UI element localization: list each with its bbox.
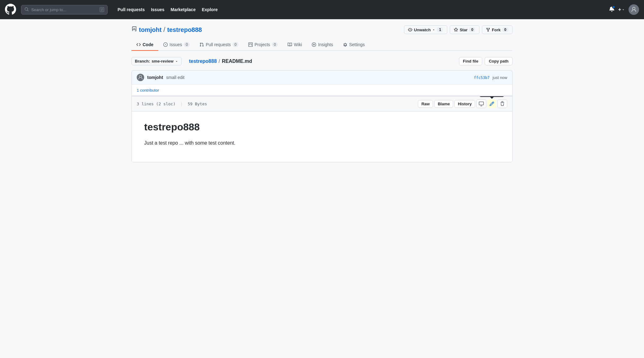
raw-button[interactable]: Raw	[418, 100, 433, 108]
main-content: tomjoht / testrepo888 Unwatch 1 Star 0	[124, 19, 520, 168]
tab-projects-label: Projects	[255, 42, 270, 47]
tab-pr-count: 0	[233, 42, 238, 47]
repo-owner-link[interactable]: tomjoht	[139, 26, 161, 33]
blame-button[interactable]: Blame	[434, 100, 453, 108]
desktop-view-button[interactable]	[476, 99, 486, 108]
tab-code-label: Code	[143, 42, 153, 47]
navbar: / Pull requests Issues Marketplace Explo…	[0, 0, 644, 19]
file-actions: Raw Blame History Edit this file	[418, 99, 507, 108]
file-breadcrumb: testrepo888 / README.md	[189, 59, 252, 64]
repo-separator: /	[163, 26, 165, 34]
file-body: testrepo888 Just a test repo ... with so…	[132, 111, 512, 162]
readme-heading: testrepo888	[144, 121, 500, 133]
unwatch-button[interactable]: Unwatch 1	[404, 25, 447, 34]
repo-name-link[interactable]: testrepo888	[167, 26, 202, 33]
contributor-link[interactable]: 1 contributor	[137, 88, 159, 93]
search-icon	[24, 7, 29, 12]
tab-issues-label: Issues	[170, 42, 182, 47]
size-info: 59 Bytes	[188, 102, 207, 106]
fork-count: 0	[502, 27, 509, 32]
commit-info: tomjoht small edit	[137, 74, 184, 81]
history-button[interactable]: History	[454, 100, 475, 108]
branch-label: Branch:	[135, 59, 150, 63]
navbar-links: Pull requests Issues Marketplace Explore	[115, 5, 220, 14]
file-box: 3 lines (2 sloc) | 59 Bytes Raw Blame Hi…	[131, 96, 513, 162]
tab-projects[interactable]: Projects 0	[243, 39, 283, 51]
repo-title: tomjoht / testrepo888	[131, 26, 202, 34]
fork-button[interactable]: Fork 0	[482, 25, 513, 34]
star-count: 0	[469, 27, 475, 32]
repo-header: tomjoht / testrepo888 Unwatch 1 Star 0	[131, 25, 513, 34]
breadcrumb-filename: README.md	[222, 59, 252, 64]
edit-button-wrap: Edit this file	[487, 99, 496, 108]
fork-label: Fork	[492, 28, 500, 32]
tab-pr-label: Pull requests	[206, 42, 231, 47]
user-avatar[interactable]	[629, 4, 639, 15]
star-button[interactable]: Star 0	[450, 25, 479, 34]
branch-selector[interactable]: Branch: sme-review	[131, 57, 182, 65]
tab-issues-count: 0	[184, 42, 190, 47]
commit-author: tomjoht	[147, 75, 163, 80]
repo-icon	[131, 26, 137, 33]
breadcrumb-repo-link[interactable]: testrepo888	[189, 59, 217, 64]
kbd-shortcut: /	[100, 7, 104, 12]
star-label: Star	[460, 28, 467, 32]
tab-code[interactable]: Code	[131, 39, 158, 51]
tab-nav: Code Issues 0 Pull requests 0 Projects 0…	[131, 39, 513, 51]
commit-message: small edit	[166, 75, 184, 80]
commit-meta: ffc53b7 just now	[474, 75, 507, 80]
info-separator: |	[180, 102, 183, 106]
nav-explore[interactable]: Explore	[199, 5, 220, 14]
unwatch-label: Unwatch	[414, 28, 431, 32]
tab-settings[interactable]: Settings	[338, 39, 370, 51]
tab-insights-label: Insights	[318, 42, 333, 47]
commit-bar: tomjoht small edit ffc53b7 just now	[131, 70, 513, 84]
tab-wiki[interactable]: Wiki	[283, 39, 307, 51]
commit-avatar	[137, 74, 144, 81]
tab-projects-count: 0	[272, 42, 278, 47]
nav-issues[interactable]: Issues	[148, 5, 167, 14]
copy-path-button[interactable]: Copy path	[485, 57, 513, 65]
tab-issues[interactable]: Issues 0	[158, 39, 195, 51]
github-logo[interactable]	[5, 4, 16, 16]
tab-settings-label: Settings	[349, 42, 365, 47]
new-menu-button[interactable]: +	[618, 7, 625, 12]
edit-tooltip: Edit this file	[479, 96, 504, 97]
tab-wiki-label: Wiki	[294, 42, 302, 47]
tab-insights[interactable]: Insights	[307, 39, 338, 51]
search-input[interactable]	[31, 7, 97, 12]
tab-pull-requests[interactable]: Pull requests 0	[195, 39, 243, 51]
commit-hash[interactable]: ffc53b7	[474, 76, 490, 80]
delete-file-button[interactable]	[497, 99, 507, 108]
commit-time: just now	[492, 75, 507, 80]
path-actions: Find file Copy path	[459, 57, 513, 65]
navbar-right: +	[609, 4, 639, 15]
search-bar[interactable]: /	[21, 5, 108, 15]
file-toolbar: 3 lines (2 sloc) | 59 Bytes Raw Blame Hi…	[132, 96, 512, 111]
nav-pull-requests[interactable]: Pull requests	[115, 5, 147, 14]
find-file-button[interactable]: Find file	[459, 57, 483, 65]
edit-file-button[interactable]	[487, 99, 496, 108]
branch-name: sme-review	[152, 59, 174, 63]
contributor-bar: 1 contributor	[131, 84, 513, 96]
readme-body: Just a test repo ... with some test cont…	[144, 139, 500, 147]
breadcrumb-separator: /	[219, 59, 220, 64]
nav-marketplace[interactable]: Marketplace	[168, 5, 198, 14]
notifications-bell[interactable]	[609, 6, 615, 13]
notification-dot	[612, 6, 615, 9]
file-path-bar: Branch: sme-review testrepo888 / README.…	[131, 57, 513, 65]
repo-actions: Unwatch 1 Star 0 Fork 0	[404, 25, 513, 34]
file-info: 3 lines (2 sloc) | 59 Bytes	[137, 102, 207, 106]
unwatch-count: 1	[437, 27, 443, 32]
lines-info: 3 lines (2 sloc)	[137, 102, 175, 106]
